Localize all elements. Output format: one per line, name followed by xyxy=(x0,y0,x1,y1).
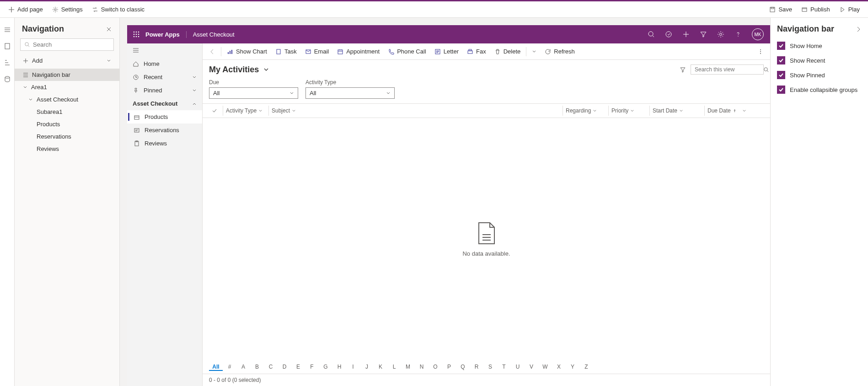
col-start-date[interactable]: Start Date xyxy=(649,106,704,116)
col-priority[interactable]: Priority xyxy=(608,106,649,116)
alpha-D[interactable]: D xyxy=(278,364,291,371)
fax-button[interactable]: Fax xyxy=(463,46,490,57)
sitemap-group-asset-checkout[interactable]: Asset Checkout xyxy=(127,97,202,110)
alpha-Z[interactable]: Z xyxy=(579,364,593,371)
gear-icon[interactable] xyxy=(717,31,724,38)
alpha-L[interactable]: L xyxy=(387,364,401,371)
alpha-U[interactable]: U xyxy=(511,364,525,371)
alpha-Q[interactable]: Q xyxy=(456,364,470,371)
sitemap-pinned[interactable]: Pinned xyxy=(127,84,202,97)
sitemap-reviews[interactable]: Reviews xyxy=(127,137,202,150)
alpha-K[interactable]: K xyxy=(374,364,387,371)
plus-icon[interactable] xyxy=(682,31,690,38)
tree-item-area1[interactable]: Area1 xyxy=(15,81,119,93)
grid-header: Activity Type Subject Regarding Priority… xyxy=(203,103,770,118)
opt-show-pinned[interactable]: Show Pinned xyxy=(771,68,868,82)
tree-icon[interactable] xyxy=(4,59,11,66)
publish-button[interactable]: Publish xyxy=(798,4,834,15)
checkbox-checked[interactable] xyxy=(777,56,785,64)
nav-add-button[interactable]: Add xyxy=(15,54,119,67)
alpha-G[interactable]: G xyxy=(319,364,332,371)
col-due-date[interactable]: Due Date xyxy=(704,106,764,116)
page-icon[interactable] xyxy=(4,43,11,50)
sitemap-home[interactable]: Home xyxy=(127,57,202,70)
alpha-P[interactable]: P xyxy=(442,364,456,371)
checkbox-checked[interactable] xyxy=(777,86,785,94)
alpha-F[interactable]: F xyxy=(305,364,319,371)
col-subject[interactable]: Subject xyxy=(268,106,563,116)
tree-item-subarea1[interactable]: Subarea1 xyxy=(15,106,119,118)
filter-icon[interactable] xyxy=(680,66,686,73)
help-icon[interactable] xyxy=(734,31,742,38)
sitemap-recent[interactable]: Recent xyxy=(127,70,202,84)
filter-icon[interactable] xyxy=(700,31,707,38)
checkbox-checked[interactable] xyxy=(777,42,785,50)
alpha-A[interactable]: A xyxy=(236,364,250,371)
alpha-M[interactable]: M xyxy=(401,364,415,371)
sitemap-toggle[interactable] xyxy=(127,43,202,57)
alpha-W[interactable]: W xyxy=(538,364,552,371)
alpha-J[interactable]: J xyxy=(360,364,374,371)
alpha-T[interactable]: T xyxy=(497,364,511,371)
view-search[interactable] xyxy=(691,64,764,75)
task-button[interactable]: Task xyxy=(272,46,300,57)
nav-search[interactable] xyxy=(20,38,114,51)
nav-search-input[interactable] xyxy=(33,41,110,48)
sitemap-products[interactable]: Products xyxy=(127,110,202,123)
switch-classic-button[interactable]: Switch to classic xyxy=(88,4,148,15)
opt-show-home[interactable]: Show Home xyxy=(771,38,868,53)
alpha-I[interactable]: I xyxy=(346,364,360,371)
tree-item-asset-checkout[interactable]: Asset Checkout xyxy=(15,93,119,106)
delete-button[interactable]: Delete xyxy=(491,46,525,57)
alpha-Y[interactable]: Y xyxy=(566,364,579,371)
tree-item-products[interactable]: Products xyxy=(15,118,119,130)
refresh-button[interactable]: Refresh xyxy=(541,46,579,57)
save-button[interactable]: Save xyxy=(766,4,796,15)
target-icon[interactable] xyxy=(665,31,672,38)
add-page-button[interactable]: Add page xyxy=(5,4,47,15)
alpha-C[interactable]: C xyxy=(264,364,278,371)
tree-item-navigation-bar[interactable]: Navigation bar xyxy=(15,69,119,81)
search-icon[interactable] xyxy=(648,31,655,38)
alpha-S[interactable]: S xyxy=(483,364,497,371)
chevron-right-icon[interactable] xyxy=(855,26,862,32)
overflow-button[interactable] xyxy=(754,47,767,57)
opt-show-recent[interactable]: Show Recent xyxy=(771,53,868,68)
tree-item-reviews[interactable]: Reviews xyxy=(15,143,119,155)
appointment-button[interactable]: Appointment xyxy=(333,46,383,57)
settings-button[interactable]: Settings xyxy=(48,4,86,15)
alpha-X[interactable]: X xyxy=(552,364,566,371)
phone-button[interactable]: Phone Call xyxy=(384,46,430,57)
opt-collapsible-groups[interactable]: Enable collapsible groups xyxy=(771,82,868,97)
col-activity-type[interactable]: Activity Type xyxy=(223,106,268,116)
alpha-R[interactable]: R xyxy=(470,364,483,371)
type-select[interactable]: All xyxy=(305,87,395,99)
letter-button[interactable]: Letter xyxy=(431,46,462,57)
hamburger-icon[interactable] xyxy=(4,26,11,33)
email-button[interactable]: Email xyxy=(301,46,333,57)
chevron-down-icon[interactable] xyxy=(263,67,269,72)
alpha-V[interactable]: V xyxy=(525,364,538,371)
show-chart-button[interactable]: Show Chart xyxy=(223,46,271,57)
col-select[interactable] xyxy=(209,106,223,116)
view-search-input[interactable] xyxy=(695,66,763,73)
alpha-All[interactable]: All xyxy=(209,364,223,371)
alpha-O[interactable]: O xyxy=(429,364,442,371)
due-select[interactable]: All xyxy=(209,87,298,99)
user-avatar[interactable]: MK xyxy=(752,28,764,40)
waffle-button[interactable] xyxy=(127,31,145,38)
delete-dropdown[interactable] xyxy=(528,48,540,56)
alpha-E[interactable]: E xyxy=(291,364,305,371)
sitemap-reservations[interactable]: Reservations xyxy=(127,123,202,137)
alpha-H[interactable]: H xyxy=(332,364,346,371)
play-button[interactable]: Play xyxy=(836,4,863,15)
col-regarding[interactable]: Regarding xyxy=(563,106,608,116)
back-button[interactable] xyxy=(205,47,219,57)
alpha-#[interactable]: # xyxy=(223,364,236,371)
data-icon[interactable] xyxy=(4,75,11,83)
alpha-B[interactable]: B xyxy=(250,364,264,371)
alpha-N[interactable]: N xyxy=(415,364,429,371)
close-icon[interactable] xyxy=(106,26,112,32)
checkbox-checked[interactable] xyxy=(777,71,785,79)
tree-item-reservations[interactable]: Reservations xyxy=(15,130,119,143)
